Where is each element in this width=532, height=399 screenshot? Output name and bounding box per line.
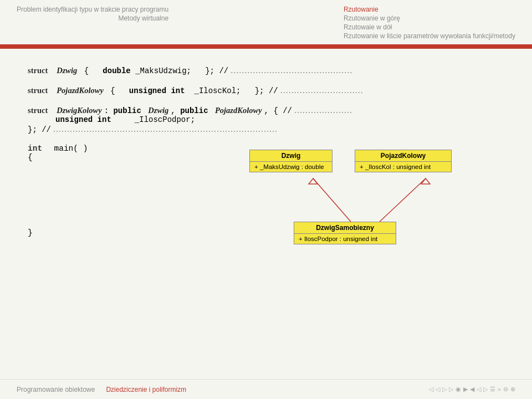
- uml-box-dzwig: Dzwig + _MaksUdzwig : double: [249, 150, 332, 172]
- code-comma: , public: [171, 106, 213, 115]
- uml-dzwig-field: + _MaksUdzwig : double: [250, 162, 332, 172]
- footer: Programowanie obiektowe Dziedziczenie i …: [0, 379, 532, 399]
- nav-icon-3[interactable]: ▷: [442, 386, 447, 393]
- code-close-main-brace: }: [28, 228, 238, 237]
- uml-dzwig-title: Dzwig: [250, 150, 332, 162]
- uml-box-pojazdkolowy: PojazdKolowy + _IloscKol : unsigned int: [355, 150, 452, 172]
- bottom-section: int main( ) { } Dzwig + _MaksUdzwig : do…: [28, 144, 504, 272]
- footer-left-label: Programowanie obiektowe: [17, 386, 95, 393]
- nav-icon-1[interactable]: ◁: [429, 386, 433, 393]
- kw-struct-2: struct: [28, 86, 48, 95]
- code-line-3: struct DzwigKolowy : public Dzwig , publ…: [28, 105, 504, 115]
- dots-1: ........................................…: [231, 65, 352, 75]
- code-struct-dzwigkolowy: struct DzwigKolowy : public Dzwig , publ…: [28, 105, 504, 134]
- code-main: int main( ) { }: [28, 144, 238, 237]
- code-struct-pojazdkolowy: struct PojazdKolowy { unsigned int _Ilos…: [28, 85, 504, 95]
- nav-item-problem[interactable]: Problem identyfikacji typu w trakcie pra…: [17, 6, 168, 13]
- class-dzwig: Dzwig: [57, 66, 77, 75]
- code-close-brace: }; //: [28, 125, 51, 134]
- code-dzwig-body: { double _MaksUdzwig; }; //: [79, 66, 228, 75]
- code-dzwigkolowy-colon: : public: [104, 106, 146, 115]
- nav-item-rzutowanie-lista[interactable]: Rzutowanie w liście parametrów wywołania…: [344, 32, 515, 40]
- code-unsigned: unsigned int _IloscPodpor;: [55, 115, 195, 124]
- close-brace: }: [28, 228, 33, 237]
- uml-pojazdkolowy-title: PojazdKolowy: [355, 150, 451, 162]
- uml-pojazdkolowy-field: + _IloscKol : unsigned int: [355, 162, 451, 172]
- nav-icon-11[interactable]: ≡: [498, 386, 501, 393]
- nav-icon-8[interactable]: ◁: [477, 386, 481, 393]
- main-name: main( ): [44, 144, 88, 153]
- code-struct-dzwig: struct Dzwig { double _MaksUdzwig; }; //…: [28, 65, 504, 75]
- nav-icon-5[interactable]: ◉: [456, 386, 461, 393]
- dots-3: .....................: [294, 105, 352, 115]
- kw-struct-3: struct: [28, 106, 48, 115]
- code-line-2: struct PojazdKolowy { unsigned int _Ilos…: [28, 85, 504, 95]
- header: Problem identyfikacji typu w trakcie pra…: [0, 0, 532, 44]
- svg-line-0: [313, 178, 351, 222]
- code-dzwigkolowy-brace: , { //: [264, 106, 292, 115]
- nav-icon-6[interactable]: ▶: [463, 386, 468, 393]
- svg-line-2: [380, 178, 426, 222]
- dots-2: ..............................: [280, 85, 364, 95]
- main-body-space: [28, 162, 238, 228]
- uml-dzwigsamobiezny-title: DzwigSamobiezny: [294, 222, 396, 234]
- footer-labels: Programowanie obiektowe Dziedziczenie i …: [17, 386, 186, 393]
- kw-struct-1: struct: [28, 66, 48, 75]
- footer-right-label: Dziedziczenie i poliformizm: [106, 386, 186, 393]
- svg-marker-3: [421, 178, 430, 184]
- nav-item-rzutowanie[interactable]: Rzutowanie: [344, 6, 378, 13]
- code-line-4: unsigned int _IloscPodpor;: [28, 115, 504, 124]
- nav-icon-2[interactable]: ◁: [436, 386, 440, 393]
- nav-icon-zoom-out[interactable]: ⊖: [503, 386, 508, 393]
- code-pojazdkolowy-body: { unsigned int _IloscKol; }; //: [106, 86, 278, 95]
- nav-item-rzutowanie-dol[interactable]: Rzutowaie w dół: [344, 23, 392, 31]
- nav-icon-10[interactable]: ☰: [490, 386, 495, 393]
- code-line-1: struct Dzwig { double _MaksUdzwig; }; //…: [28, 65, 504, 75]
- uml-diagram: Dzwig + _MaksUdzwig : double PojazdKolow…: [238, 150, 504, 272]
- main-content: struct Dzwig { double _MaksUdzwig; }; //…: [0, 49, 532, 283]
- kw-int-main: int: [28, 144, 42, 153]
- header-right-nav: Rzutowanie Rzutowanie w górę Rzutowaie w…: [344, 6, 515, 40]
- uml-dzwigsamobiezny-field: + IloscPodpor : unsigned int: [294, 234, 396, 244]
- open-brace: {: [28, 153, 33, 162]
- nav-icon-4[interactable]: ▷: [449, 386, 453, 393]
- nav-icon-zoom-in[interactable]: ⊕: [510, 386, 515, 393]
- class-pojazdkolowy: PojazdKolowy: [57, 86, 104, 95]
- class-pojazdkolowy-ref: PojazdKolowy: [215, 106, 262, 115]
- red-divider: [0, 44, 532, 49]
- class-dzwig-ref: Dzwig: [148, 106, 168, 115]
- dots-5: ........................................…: [53, 124, 278, 134]
- header-left-nav: Problem identyfikacji typu w trakcie pra…: [17, 6, 168, 22]
- class-dzwigkolowy: DzwigKolowy: [57, 106, 101, 115]
- uml-box-dzwigsamobiezny: DzwigSamobiezny + IloscPodpor : unsigned…: [294, 222, 396, 244]
- nav-icon-7[interactable]: ◀: [470, 386, 474, 393]
- svg-marker-1: [309, 178, 318, 184]
- nav-item-metody[interactable]: Metody wirtualne: [118, 14, 168, 22]
- code-open-brace: {: [28, 153, 238, 162]
- nav-icon-9[interactable]: ▷: [483, 386, 488, 393]
- nav-item-rzutowanie-gora[interactable]: Rzutowanie w górę: [344, 14, 400, 22]
- footer-nav-icons[interactable]: ◁ ◁ ▷ ▷ ◉ ▶ ◀ ◁ ▷ ☰ ≡ ⊖ ⊕: [429, 386, 515, 393]
- code-line-5: }; // ..................................…: [28, 124, 504, 134]
- code-main-int: int main( ): [28, 144, 238, 153]
